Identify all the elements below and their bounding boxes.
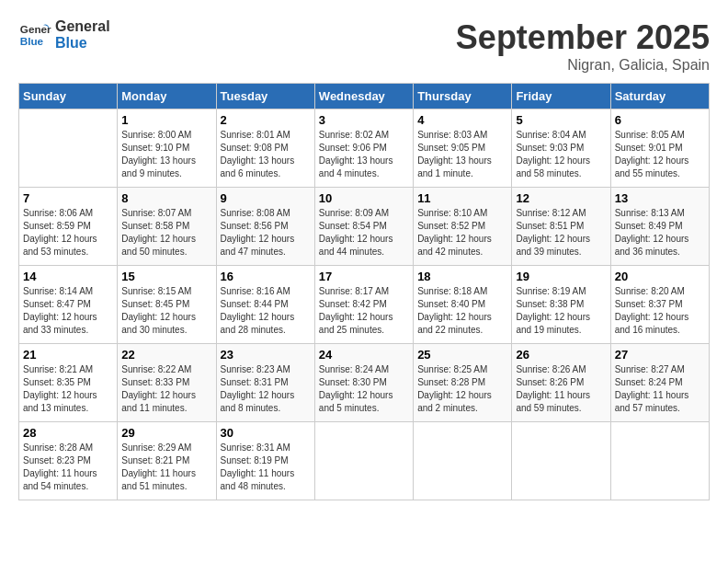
- calendar-cell: 18Sunrise: 8:18 AMSunset: 8:40 PMDayligh…: [414, 266, 512, 344]
- day-number: 5: [516, 113, 606, 127]
- day-number: 6: [615, 113, 705, 127]
- day-info: Sunrise: 8:12 AMSunset: 8:51 PMDaylight:…: [516, 207, 606, 259]
- day-number: 13: [615, 191, 705, 205]
- day-number: 29: [121, 426, 211, 440]
- calendar-cell: 30Sunrise: 8:31 AMSunset: 8:19 PMDayligh…: [216, 422, 314, 500]
- calendar-cell: 16Sunrise: 8:16 AMSunset: 8:44 PMDayligh…: [216, 266, 314, 344]
- calendar-cell: 4Sunrise: 8:03 AMSunset: 9:05 PMDaylight…: [414, 109, 512, 188]
- day-info: Sunrise: 8:27 AMSunset: 8:24 PMDaylight:…: [615, 363, 705, 415]
- day-number: 21: [23, 348, 113, 362]
- calendar-cell: 19Sunrise: 8:19 AMSunset: 8:38 PMDayligh…: [512, 266, 610, 344]
- day-info: Sunrise: 8:05 AMSunset: 9:01 PMDaylight:…: [615, 129, 705, 180]
- day-number: 22: [121, 348, 211, 362]
- calendar-week-row: 1Sunrise: 8:00 AMSunset: 9:10 PMDaylight…: [19, 109, 710, 188]
- weekday-header: Tuesday: [216, 84, 314, 109]
- logo-blue: Blue: [55, 35, 110, 52]
- day-number: 25: [417, 348, 507, 362]
- calendar-cell: 22Sunrise: 8:22 AMSunset: 8:33 PMDayligh…: [118, 344, 216, 422]
- calendar-cell: [610, 422, 709, 500]
- calendar-cell: 12Sunrise: 8:12 AMSunset: 8:51 PMDayligh…: [512, 188, 610, 266]
- day-info: Sunrise: 8:15 AMSunset: 8:45 PMDaylight:…: [121, 285, 211, 337]
- day-info: Sunrise: 8:22 AMSunset: 8:33 PMDaylight:…: [121, 363, 211, 415]
- day-info: Sunrise: 8:17 AMSunset: 8:42 PMDaylight:…: [319, 285, 409, 337]
- day-info: Sunrise: 8:14 AMSunset: 8:47 PMDaylight:…: [23, 285, 113, 337]
- day-number: 11: [417, 191, 507, 205]
- day-number: 19: [516, 270, 606, 283]
- calendar-cell: 25Sunrise: 8:25 AMSunset: 8:28 PMDayligh…: [414, 344, 512, 422]
- weekday-header: Wednesday: [314, 84, 413, 109]
- day-number: 2: [221, 113, 311, 127]
- day-number: 3: [319, 113, 409, 127]
- calendar-cell: 29Sunrise: 8:29 AMSunset: 8:21 PMDayligh…: [118, 422, 216, 500]
- day-info: Sunrise: 8:24 AMSunset: 8:30 PMDaylight:…: [319, 363, 409, 415]
- calendar-cell: 8Sunrise: 8:07 AMSunset: 8:58 PMDaylight…: [118, 188, 216, 266]
- day-number: 20: [615, 270, 705, 283]
- day-number: 30: [221, 426, 311, 440]
- calendar-week-row: 21Sunrise: 8:21 AMSunset: 8:35 PMDayligh…: [19, 344, 710, 422]
- calendar-cell: 2Sunrise: 8:01 AMSunset: 9:08 PMDaylight…: [216, 109, 314, 188]
- calendar-cell: [512, 422, 610, 500]
- day-number: 7: [23, 191, 113, 205]
- calendar-cell: [19, 109, 118, 188]
- location-heading: Nigran, Galicia, Spain: [456, 57, 710, 74]
- day-info: Sunrise: 8:29 AMSunset: 8:21 PMDaylight:…: [121, 442, 211, 493]
- day-info: Sunrise: 8:25 AMSunset: 8:28 PMDaylight:…: [417, 363, 507, 415]
- day-number: 9: [221, 191, 311, 205]
- day-info: Sunrise: 8:28 AMSunset: 8:23 PMDaylight:…: [23, 442, 113, 493]
- calendar-cell: 1Sunrise: 8:00 AMSunset: 9:10 PMDaylight…: [118, 109, 216, 188]
- day-info: Sunrise: 8:10 AMSunset: 8:52 PMDaylight:…: [417, 207, 507, 259]
- calendar-cell: 23Sunrise: 8:23 AMSunset: 8:31 PMDayligh…: [216, 344, 314, 422]
- day-info: Sunrise: 8:20 AMSunset: 8:37 PMDaylight:…: [615, 285, 705, 337]
- day-info: Sunrise: 8:08 AMSunset: 8:56 PMDaylight:…: [221, 207, 311, 259]
- day-number: 17: [319, 270, 409, 283]
- weekday-header: Friday: [512, 84, 610, 109]
- day-number: 16: [221, 270, 311, 283]
- day-info: Sunrise: 8:23 AMSunset: 8:31 PMDaylight:…: [221, 363, 311, 415]
- day-number: 10: [319, 191, 409, 205]
- calendar-cell: 24Sunrise: 8:24 AMSunset: 8:30 PMDayligh…: [314, 344, 413, 422]
- day-info: Sunrise: 8:03 AMSunset: 9:05 PMDaylight:…: [417, 129, 507, 180]
- day-info: Sunrise: 8:18 AMSunset: 8:40 PMDaylight:…: [417, 285, 507, 337]
- header: General Blue General Blue September 2025…: [18, 18, 710, 74]
- day-number: 8: [121, 191, 211, 205]
- calendar-cell: 17Sunrise: 8:17 AMSunset: 8:42 PMDayligh…: [314, 266, 413, 344]
- calendar-cell: 26Sunrise: 8:26 AMSunset: 8:26 PMDayligh…: [512, 344, 610, 422]
- day-info: Sunrise: 8:07 AMSunset: 8:58 PMDaylight:…: [121, 207, 211, 259]
- day-number: 23: [221, 348, 311, 362]
- day-info: Sunrise: 8:01 AMSunset: 9:08 PMDaylight:…: [221, 129, 311, 180]
- day-number: 24: [319, 348, 409, 362]
- day-info: Sunrise: 8:04 AMSunset: 9:03 PMDaylight:…: [516, 129, 606, 180]
- day-number: 12: [516, 191, 606, 205]
- logo: General Blue General Blue: [18, 18, 110, 52]
- weekday-header-row: SundayMondayTuesdayWednesdayThursdayFrid…: [19, 84, 710, 109]
- calendar-cell: 11Sunrise: 8:10 AMSunset: 8:52 PMDayligh…: [414, 188, 512, 266]
- calendar-cell: [414, 422, 512, 500]
- day-info: Sunrise: 8:09 AMSunset: 8:54 PMDaylight:…: [319, 207, 409, 259]
- day-info: Sunrise: 8:21 AMSunset: 8:35 PMDaylight:…: [23, 363, 113, 415]
- month-heading: September 2025: [456, 18, 710, 57]
- calendar-table: SundayMondayTuesdayWednesdayThursdayFrid…: [18, 83, 710, 500]
- calendar-cell: 7Sunrise: 8:06 AMSunset: 8:59 PMDaylight…: [19, 188, 118, 266]
- calendar-cell: 6Sunrise: 8:05 AMSunset: 9:01 PMDaylight…: [610, 109, 709, 188]
- day-info: Sunrise: 8:00 AMSunset: 9:10 PMDaylight:…: [121, 129, 211, 180]
- calendar-cell: [314, 422, 413, 500]
- calendar-cell: 10Sunrise: 8:09 AMSunset: 8:54 PMDayligh…: [314, 188, 413, 266]
- day-info: Sunrise: 8:19 AMSunset: 8:38 PMDaylight:…: [516, 285, 606, 337]
- calendar-cell: 15Sunrise: 8:15 AMSunset: 8:45 PMDayligh…: [118, 266, 216, 344]
- weekday-header: Monday: [118, 84, 216, 109]
- day-info: Sunrise: 8:31 AMSunset: 8:19 PMDaylight:…: [221, 442, 311, 493]
- calendar-cell: 20Sunrise: 8:20 AMSunset: 8:37 PMDayligh…: [610, 266, 709, 344]
- calendar-week-row: 14Sunrise: 8:14 AMSunset: 8:47 PMDayligh…: [19, 266, 710, 344]
- weekday-header: Sunday: [19, 84, 118, 109]
- calendar-cell: 21Sunrise: 8:21 AMSunset: 8:35 PMDayligh…: [19, 344, 118, 422]
- day-info: Sunrise: 8:13 AMSunset: 8:49 PMDaylight:…: [615, 207, 705, 259]
- calendar-cell: 13Sunrise: 8:13 AMSunset: 8:49 PMDayligh…: [610, 188, 709, 266]
- weekday-header: Saturday: [610, 84, 709, 109]
- calendar-cell: 27Sunrise: 8:27 AMSunset: 8:24 PMDayligh…: [610, 344, 709, 422]
- day-number: 28: [23, 426, 113, 440]
- weekday-header: Thursday: [414, 84, 512, 109]
- day-info: Sunrise: 8:16 AMSunset: 8:44 PMDaylight:…: [221, 285, 311, 337]
- calendar-cell: 9Sunrise: 8:08 AMSunset: 8:56 PMDaylight…: [216, 188, 314, 266]
- day-number: 26: [516, 348, 606, 362]
- logo-icon: General Blue: [18, 18, 51, 52]
